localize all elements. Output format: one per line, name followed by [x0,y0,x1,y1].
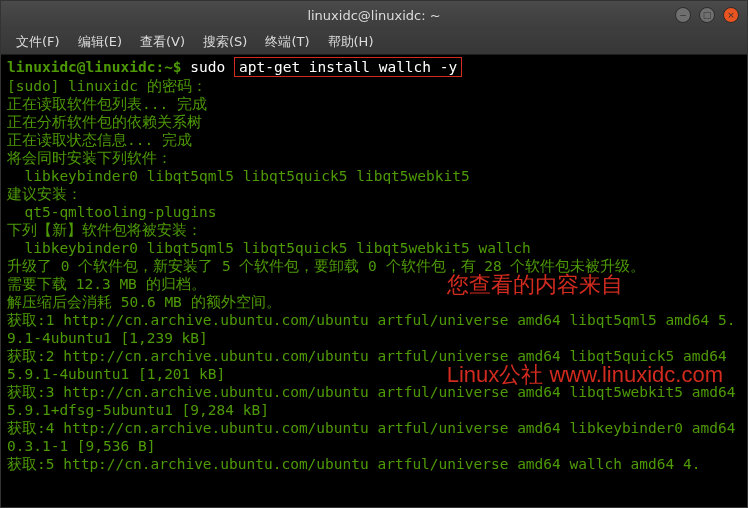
output-line: 需要下载 12.3 MB 的归档。 [7,276,206,292]
output-line: 解压缩后会消耗 50.6 MB 的额外空间。 [7,294,281,310]
titlebar[interactable]: linuxidc@linuxidc: ~ − □ × [1,1,747,29]
output-line: 获取:5 http://cn.archive.ubuntu.com/ubuntu… [7,456,700,472]
output-line: 获取:1 http://cn.archive.ubuntu.com/ubuntu… [7,312,735,346]
terminal-window: linuxidc@linuxidc: ~ − □ × 文件(F) 编辑(E) 查… [0,0,748,508]
minimize-button[interactable]: − [675,7,691,23]
terminal-body[interactable]: linuxidc@linuxidc:~$ sudo apt-get instal… [1,55,747,507]
prompt-user-host: linuxidc@linuxidc [7,59,155,75]
output-line: 获取:2 http://cn.archive.ubuntu.com/ubuntu… [7,348,735,382]
menu-terminal[interactable]: 终端(T) [256,33,318,51]
menu-search[interactable]: 搜索(S) [194,33,256,51]
watermark-line1: 您查看的内容来自 [447,270,723,300]
output-line: 升级了 0 个软件包，新安装了 5 个软件包，要卸载 0 个软件包，有 28 个… [7,258,646,274]
output-line: libkeybinder0 libqt5qml5 libqt5quick5 li… [7,168,470,184]
menubar: 文件(F) 编辑(E) 查看(V) 搜索(S) 终端(T) 帮助(H) [1,29,747,55]
close-button[interactable]: × [723,7,739,23]
window-controls: − □ × [675,7,739,23]
output-line: 下列【新】软件包将被安装： [7,222,202,238]
prompt-path: :~$ [155,59,181,75]
menu-view[interactable]: 查看(V) [131,33,194,51]
cmd-sudo: sudo [190,59,225,75]
output-line: 获取:3 http://cn.archive.ubuntu.com/ubuntu… [7,384,744,418]
output-line: 将会同时安装下列软件： [7,150,172,166]
output-line: qt5-qmltooling-plugins [7,204,217,220]
output-line: 正在读取状态信息... 完成 [7,132,253,148]
menu-help[interactable]: 帮助(H) [319,33,383,51]
output-line: libkeybinder0 libqt5qml5 libqt5quick5 li… [7,240,531,256]
output-line: 正在分析软件包的依赖关系树 [7,114,263,130]
output-line: 获取:4 http://cn.archive.ubuntu.com/ubuntu… [7,420,744,454]
menu-edit[interactable]: 编辑(E) [69,33,131,51]
menu-file[interactable]: 文件(F) [7,33,69,51]
window-title: linuxidc@linuxidc: ~ [307,8,440,23]
cmd-highlight-box: apt-get install wallch -y [234,57,462,77]
cmd-text: apt-get install wallch -y [239,59,457,75]
maximize-button[interactable]: □ [699,7,715,23]
output-line: 正在读取软件包列表... 完成 [7,96,207,112]
output-line: 建议安装： [7,186,82,202]
output-line: [sudo] linuxidc 的密码： [7,78,207,94]
